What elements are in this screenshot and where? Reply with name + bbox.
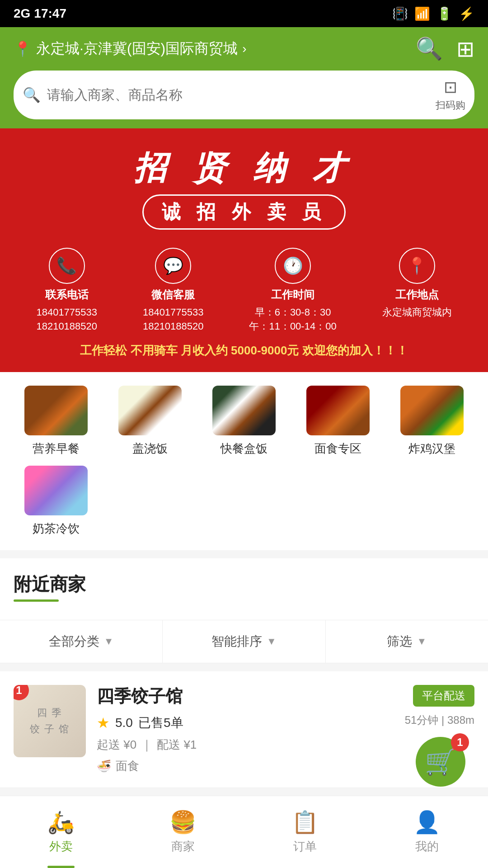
filter-category[interactable]: 全部分类 ▼	[0, 620, 163, 663]
search-bar[interactable]: 🔍 ⊡ 扫码购	[14, 71, 474, 119]
banner-work-time: 🕐 工作时间 早：6：30-8：30午：11：00-14：00	[249, 248, 336, 334]
chevron-down-icon: ▼	[104, 636, 114, 647]
time-display: 17:47	[34, 6, 66, 21]
category-bento-label: 快餐盒饭	[221, 441, 267, 457]
search-input[interactable]	[47, 87, 429, 103]
star-icon: ★	[97, 714, 110, 731]
orders-label: 订单	[293, 839, 317, 854]
charging-icon: ⚡	[459, 6, 474, 21]
nearby-section: 附近商家	[0, 558, 488, 620]
merchant-name: 四季饺子馆	[97, 685, 405, 708]
category-breakfast-label: 营养早餐	[33, 441, 80, 457]
nav-orders[interactable]: 📋 订单	[244, 796, 366, 868]
title-underline	[14, 599, 59, 602]
scan-label: 扫码购	[436, 99, 465, 112]
category-rice-img	[118, 386, 182, 435]
merchant-logo-text: 四 季饺 子 馆	[30, 705, 70, 736]
tag-label: 面食	[116, 758, 139, 774]
cart-button[interactable]: 🛒 1	[416, 737, 465, 787]
category-drink[interactable]: 奶茶冷饮	[9, 466, 103, 537]
profile-label: 我的	[415, 839, 439, 854]
banner-subtitle-box: 诚 招 外 卖 员	[142, 194, 346, 230]
map-pin-icon: 📍	[399, 248, 435, 284]
delivery-label: 外卖	[49, 839, 73, 854]
category-breakfast-img	[24, 386, 88, 435]
chevron-down-icon: ▼	[267, 636, 277, 647]
merchant-badge: 1	[14, 685, 29, 700]
category-breakfast[interactable]: 营养早餐	[9, 386, 103, 457]
merchant-card-sijidumpling[interactable]: 1 四 季饺 子 馆 四季饺子馆 ★ 5.0 已售5单 起送 ¥0 ｜ 配送 ¥…	[0, 671, 488, 788]
category-noodle-label: 面食专区	[314, 441, 361, 457]
chevron-right-icon: ›	[242, 42, 246, 56]
min-order: 起送 ¥0	[97, 737, 136, 753]
wechat-icon: 💬	[155, 248, 191, 284]
work-location-value: 永定城商贸城内	[382, 306, 452, 320]
category-bento[interactable]: 快餐盒饭	[197, 386, 291, 457]
category-burger-img	[400, 386, 464, 435]
recruitment-banner: 招 贤 纳 才 诚 招 外 卖 员 📞 联系电话 184017755331821…	[0, 128, 488, 372]
phone-icon: 📞	[49, 248, 85, 284]
delivery-icon: 🛵	[47, 810, 75, 835]
banner-work-location: 📍 工作地点 永定城商贸城内	[382, 248, 452, 334]
category-burger[interactable]: 炸鸡汉堡	[385, 386, 479, 457]
filter-sort-label: 智能排序	[211, 633, 262, 650]
sold-count: 已售5单	[138, 714, 183, 731]
status-left: 2G 17:47	[14, 6, 66, 21]
cart-icon: 🛒	[425, 747, 456, 777]
clock-icon: 🕐	[275, 248, 311, 284]
nav-delivery[interactable]: 🛵 外卖	[0, 796, 122, 868]
header-top: 📍 永定城·京津冀(固安)国际商贸城 › 🔍 ⊞	[14, 36, 474, 61]
category-noodle[interactable]: 面食专区	[291, 386, 385, 457]
nav-merchant[interactable]: 🍔 商家	[122, 796, 244, 868]
rating-value: 5.0	[115, 716, 133, 730]
category-drink-label: 奶茶冷饮	[33, 521, 80, 537]
status-right: 📳 📶 🔋 ⚡	[392, 6, 474, 21]
location-area[interactable]: 📍 永定城·京津冀(固安)国际商贸城 ›	[14, 39, 247, 59]
merchant-tag: 🍜 面食	[97, 758, 405, 774]
signal-icon: 2G	[14, 6, 30, 21]
merchant-logo: 1 四 季饺 子 馆	[14, 685, 86, 757]
category-drink-img	[24, 466, 88, 515]
filter-screen-label: 筛选	[387, 633, 412, 650]
banner-contact-phone: 📞 联系电话 1840177553318210188520	[36, 248, 97, 334]
contact-label: 联系电话	[45, 288, 89, 302]
wechat-label: 微信客服	[151, 288, 195, 302]
banner-footer-text: 工作轻松 不用骑车 月收入约 5000-9000元 欢迎您的加入！！！	[14, 343, 474, 359]
category-burger-label: 炸鸡汉堡	[408, 441, 455, 457]
banner-wechat: 💬 微信客服 1840177553318210188520	[143, 248, 204, 334]
work-time-value: 早：6：30-8：30午：11：00-14：00	[249, 306, 336, 334]
search-bar-icon: 🔍	[23, 86, 41, 104]
nav-active-bar	[47, 866, 75, 868]
orders-icon: 📋	[291, 810, 319, 835]
profile-icon: 👤	[413, 810, 441, 835]
cart-badge: 1	[451, 733, 469, 751]
header: 📍 永定城·京津冀(固安)国际商贸城 › 🔍 ⊞ 🔍 ⊡ 扫码购	[0, 27, 488, 128]
merchant-icon: 🍔	[169, 810, 197, 835]
banner-main-title: 招 贤 纳 才	[14, 146, 474, 190]
merchant-nav-label: 商家	[171, 839, 195, 854]
wifi-icon: 📶	[414, 6, 430, 21]
filter-screen[interactable]: 筛选 ▼	[326, 620, 488, 663]
search-icon[interactable]: 🔍	[416, 36, 443, 61]
banner-subtitle: 诚 招 外 卖 员	[162, 201, 327, 222]
work-location-label: 工作地点	[395, 288, 439, 302]
merchant-right: 平台配送 51分钟 | 388m	[405, 685, 474, 727]
banner-info-row: 📞 联系电话 1840177553318210188520 💬 微信客服 184…	[14, 248, 474, 334]
category-rice-label: 盖浇饭	[132, 441, 168, 457]
merchant-info: 四季饺子馆 ★ 5.0 已售5单 起送 ¥0 ｜ 配送 ¥1 🍜 面食	[86, 685, 405, 774]
battery-icon: 🔋	[436, 6, 452, 21]
tag-icon: 🍜	[97, 759, 111, 773]
filter-sort[interactable]: 智能排序 ▼	[163, 620, 325, 663]
scan-qr-icon: ⊡	[444, 78, 457, 97]
category-rice[interactable]: 盖浇饭	[103, 386, 197, 457]
platform-delivery-badge: 平台配送	[413, 685, 474, 707]
scan-icon[interactable]: ⊞	[456, 36, 474, 61]
categories-grid: 营养早餐 盖浇饭 快餐盒饭 面食专区 炸鸡汉堡 奶茶冷饮	[0, 372, 488, 550]
filter-bar: 全部分类 ▼ 智能排序 ▼ 筛选 ▼	[0, 620, 488, 663]
scan-button[interactable]: ⊡ 扫码购	[436, 78, 465, 112]
nav-profile[interactable]: 👤 我的	[366, 796, 488, 868]
location-text: 永定城·京津冀(固安)国际商贸城	[36, 39, 238, 59]
chevron-down-icon: ▼	[417, 636, 427, 647]
bottom-nav: 🛵 外卖 🍔 商家 📋 订单 👤 我的	[0, 796, 488, 868]
divider: ｜	[141, 737, 152, 753]
